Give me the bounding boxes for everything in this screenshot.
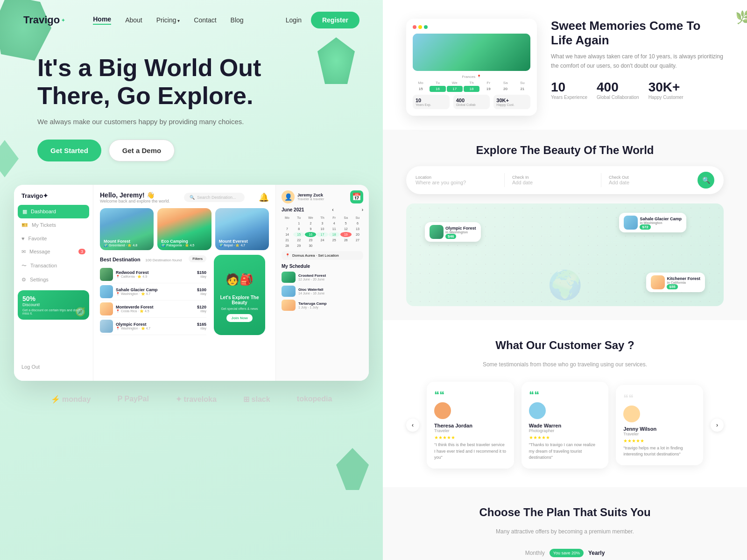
cal-day-21[interactable]: 21 bbox=[282, 238, 293, 243]
explore-field-location[interactable]: Location Where are you going? bbox=[416, 175, 497, 185]
toggle-monthly[interactable]: Monthly bbox=[525, 550, 545, 556]
plant-deco-right: 🌿 bbox=[735, 9, 747, 25]
nav-pricing[interactable]: Pricing bbox=[156, 16, 180, 24]
map-pin-0[interactable]: Olympic Forest in Washington $46 bbox=[425, 222, 481, 242]
cal-day-2[interactable]: 2 bbox=[305, 221, 316, 226]
destination-search[interactable]: 🔍 Search Destination... bbox=[184, 193, 245, 202]
logo[interactable]: Travigo✦ bbox=[23, 14, 65, 26]
cal-day-22[interactable]: 22 bbox=[293, 238, 304, 243]
cal-day-13[interactable]: 13 bbox=[352, 226, 363, 231]
dest-card-2[interactable]: Mount Everest 🌍 Nepal · ⭐ 4.7 bbox=[215, 208, 269, 250]
cal-day-19[interactable]: 19 bbox=[340, 232, 352, 237]
logout-button[interactable]: Log Out bbox=[14, 360, 93, 373]
mc-h3: We bbox=[447, 81, 463, 85]
cal-day-23[interactable]: 23 bbox=[305, 238, 316, 243]
mem-stat-val-exp: 10 bbox=[416, 98, 447, 103]
promo-join-button[interactable]: Join Now bbox=[226, 314, 253, 322]
cal-day-20[interactable]: 20 bbox=[352, 232, 363, 237]
cal-day-17[interactable]: 17 bbox=[317, 232, 328, 237]
carousel-next-button[interactable]: › bbox=[711, 419, 724, 432]
cal-day-15[interactable]: 15 bbox=[293, 232, 304, 237]
map-pin-info-2: Kitchener Forest in California $55 bbox=[667, 276, 700, 289]
explore-field-checkout[interactable]: Check Out Add date bbox=[609, 175, 690, 185]
notification-icon[interactable]: 🔔 bbox=[259, 192, 269, 203]
dest-row-1[interactable]: Sahale Glacier Camp 📍 Washington · ⭐ 4.7… bbox=[100, 283, 206, 301]
toggle-yearly[interactable]: Yearly bbox=[588, 550, 605, 556]
dest-card-0[interactable]: Mount Forest 🌍 Greenland · ⭐ 4.8 bbox=[100, 208, 154, 250]
cal-day-30[interactable]: 30 bbox=[305, 243, 316, 248]
nav-blog[interactable]: Blog bbox=[231, 16, 244, 24]
hero-section: It's a Big World Out There, Go Explore. … bbox=[0, 40, 383, 185]
login-button[interactable]: Login bbox=[286, 16, 302, 24]
cal-day-4[interactable]: 4 bbox=[329, 221, 340, 226]
cal-day-7[interactable]: 7 bbox=[282, 226, 293, 231]
cal-day-18[interactable]: 18 bbox=[329, 232, 340, 237]
cal-day-27[interactable]: 27 bbox=[352, 238, 363, 243]
cal-day-12[interactable]: 12 bbox=[340, 226, 352, 231]
get-demo-button[interactable]: Get a Demo bbox=[109, 140, 175, 161]
dashboard-logo: Travigo✦ bbox=[14, 192, 93, 205]
dest-card-1[interactable]: Eco Camping 🌍 Patagonia · ⭐ 4.5 bbox=[157, 208, 211, 250]
navbar: Travigo✦ Home About Pricing Contact Blog… bbox=[0, 0, 383, 40]
sidebar-item-tickets[interactable]: 🎫 My Tickets bbox=[14, 218, 93, 232]
quote-mark-0: ❝❝ bbox=[434, 389, 507, 400]
sidebar-item-dashboard[interactable]: ▦ Dashboard bbox=[18, 205, 89, 218]
carousel-prev-button[interactable]: ‹ bbox=[406, 419, 419, 432]
test-stars-1: ★★★★★ bbox=[529, 435, 601, 440]
cal-day-28[interactable]: 28 bbox=[282, 243, 293, 248]
mc-h2: Tu bbox=[430, 81, 445, 85]
pricing-section: Choose The Plan That Suits You Many attr… bbox=[383, 487, 747, 560]
map-pin-1[interactable]: Sahale Glacier Camp in Washington $72 bbox=[619, 213, 686, 232]
cal-header-sa: Sa bbox=[340, 215, 352, 220]
cal-day-6[interactable]: 6 bbox=[352, 221, 363, 226]
map-pin-2[interactable]: Kitchener Forest in California $55 bbox=[646, 273, 705, 292]
test-name-0: Theresa Jordan bbox=[434, 423, 507, 428]
cal-day-1[interactable]: 1 bbox=[293, 221, 304, 226]
big-stat-num-0: 10 bbox=[551, 80, 587, 95]
cal-day-16[interactable]: 16 bbox=[305, 232, 316, 237]
cal-day-9[interactable]: 9 bbox=[305, 226, 316, 231]
nav-home[interactable]: Home bbox=[93, 15, 111, 25]
calendar-next[interactable]: › bbox=[362, 207, 363, 212]
destination-cards: Mount Forest 🌍 Greenland · ⭐ 4.8 Eco Cam… bbox=[100, 208, 269, 250]
mini-calendar: Mo Tu We Th Fr Sa Su 15 16 17 18 19 20 2… bbox=[413, 81, 530, 92]
sidebar-item-favorite[interactable]: ♥ Favorite bbox=[14, 232, 93, 245]
quote-mark-2: ❝❝ bbox=[623, 392, 696, 404]
nav-contact[interactable]: Contact bbox=[194, 16, 216, 24]
sidebar-item-settings[interactable]: ⚙ Settings bbox=[14, 273, 93, 287]
best-dest-title: Best Destination bbox=[100, 257, 141, 262]
dest-row-2[interactable]: Monteverde Forest 📍 Costa Rica · ⭐ 4.5 $… bbox=[100, 301, 206, 318]
user-avatar: 👤 bbox=[282, 190, 295, 203]
map-pin-info-1: Sahale Glacier Camp in Washington $72 bbox=[640, 217, 682, 229]
nav-about[interactable]: About bbox=[125, 16, 142, 24]
dest-info-0: Redwood Forest 📍 California · ⭐ 4.9 bbox=[116, 270, 194, 279]
dest-row-0[interactable]: Redwood Forest 📍 California · ⭐ 4.9 $150… bbox=[100, 266, 206, 283]
cal-day-3[interactable]: 3 bbox=[317, 221, 328, 226]
big-stat-0: 10 Years Experience bbox=[551, 80, 587, 100]
cal-day-14[interactable]: 14 bbox=[282, 232, 293, 237]
explore-field-checkin[interactable]: Check In Add date bbox=[512, 175, 593, 185]
toggle-switch[interactable]: You save 20% bbox=[550, 549, 584, 557]
cal-day-24[interactable]: 24 bbox=[317, 238, 328, 243]
calendar-icon-button[interactable]: 📅 bbox=[350, 190, 363, 203]
register-button[interactable]: Register bbox=[311, 12, 359, 28]
cal-day-11[interactable]: 11 bbox=[329, 226, 340, 231]
calendar-prev[interactable]: ‹ bbox=[332, 207, 333, 212]
cal-day-5[interactable]: 5 bbox=[340, 221, 352, 226]
cal-day-26[interactable]: 26 bbox=[340, 238, 352, 243]
explore-search-button[interactable]: 🔍 bbox=[698, 172, 714, 189]
cal-day-29[interactable]: 29 bbox=[293, 243, 304, 248]
dest-price-1: $100 /day bbox=[197, 287, 206, 295]
filter-button[interactable]: Filters bbox=[189, 255, 206, 262]
cal-day-8[interactable]: 8 bbox=[293, 226, 304, 231]
sidebar-item-transaction[interactable]: 〜 Transaction bbox=[14, 259, 93, 273]
get-started-button[interactable]: Get Started bbox=[37, 140, 101, 161]
sidebar-label-favorite: Favorite bbox=[28, 236, 47, 241]
cal-day-25[interactable]: 25 bbox=[329, 238, 340, 243]
test-text-2: "travigo helps me a lot in finding inter… bbox=[623, 445, 696, 458]
sidebar-item-message[interactable]: ✉ Message 3 bbox=[14, 245, 93, 259]
dest-row-3[interactable]: Olympic Forest 📍 Washington · ⭐ 4.7 $165… bbox=[100, 318, 206, 335]
promo-title: Let's Explore The Beauty bbox=[219, 295, 260, 305]
cal-day-10[interactable]: 10 bbox=[317, 226, 328, 231]
schedule-date-2: 1 July - 1 July bbox=[298, 306, 363, 309]
